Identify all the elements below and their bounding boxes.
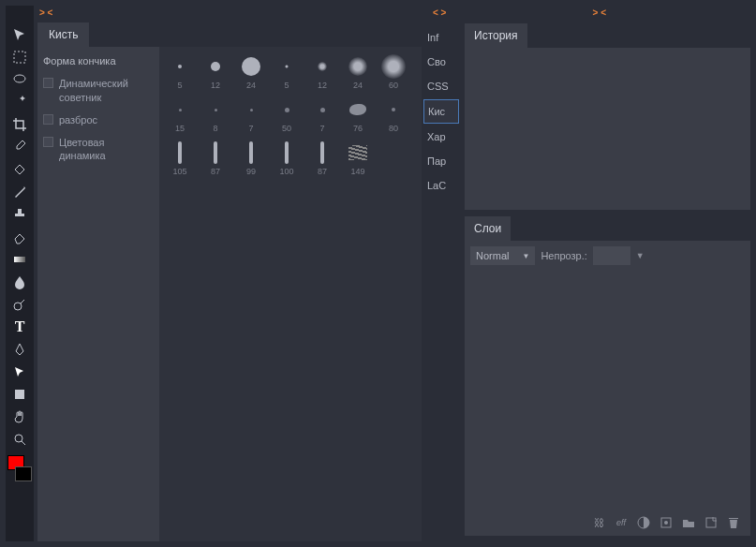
brush-preset[interactable]: 12: [305, 52, 339, 92]
brush-size-label: 7: [248, 124, 253, 133]
type-tool-icon[interactable]: T: [7, 317, 32, 337]
brush-preset[interactable]: 149: [341, 139, 375, 178]
tab-layers[interactable]: Слои: [465, 215, 511, 241]
brush-preset[interactable]: 7: [234, 96, 268, 135]
brush-options-list: Форма кончика Динамический советник разб…: [37, 47, 159, 541]
brush-preset[interactable]: 24: [234, 52, 268, 92]
delete-layer-icon[interactable]: [726, 515, 741, 530]
brush-size-label: 149: [350, 167, 364, 176]
option-color-dynamics[interactable]: Цветовая динамика: [43, 136, 154, 163]
group-folder-icon[interactable]: [681, 515, 696, 530]
brush-preset[interactable]: 50: [270, 96, 304, 135]
brush-size-label: 105: [172, 167, 186, 176]
blur-tool-icon[interactable]: [7, 272, 32, 292]
color-swatches[interactable]: [7, 455, 32, 481]
eraser-tool-icon[interactable]: [7, 227, 32, 247]
brush-size-label: 76: [353, 124, 363, 133]
svg-rect-4: [15, 390, 24, 399]
brush-size-label: 80: [389, 124, 398, 133]
lasso-tool-icon[interactable]: [7, 69, 32, 90]
layer-effects-icon[interactable]: eff: [614, 515, 629, 530]
layers-panel: Слои Normal Непрозр.: ▼ ⛓ eff: [465, 215, 750, 536]
path-select-tool-icon[interactable]: [7, 362, 32, 382]
svg-point-8: [664, 521, 668, 525]
blend-mode-select[interactable]: Normal: [470, 246, 535, 265]
brush-preset[interactable]: 24: [341, 52, 375, 92]
brush-preset[interactable]: 105: [163, 139, 197, 178]
side-tab-сво[interactable]: Сво: [423, 51, 459, 73]
move-tool-icon[interactable]: [7, 24, 32, 45]
svg-rect-9: [706, 518, 716, 527]
side-tab-пар[interactable]: Пар: [423, 150, 459, 172]
history-panel: История: [465, 22, 750, 210]
brush-preset[interactable]: 60: [377, 52, 410, 92]
brush-preset[interactable]: 5: [163, 52, 197, 92]
checkbox-icon[interactable]: [43, 78, 53, 88]
brush-preset[interactable]: 15: [163, 96, 197, 135]
brush-size-label: 7: [319, 124, 324, 133]
brush-size-label: 5: [284, 81, 289, 90]
wand-tool-icon[interactable]: [7, 92, 32, 112]
zoom-tool-icon[interactable]: [7, 429, 32, 450]
collapse-handle-left[interactable]: > <: [39, 7, 52, 18]
eyedropper-tool-icon[interactable]: [7, 137, 32, 157]
dodge-tool-icon[interactable]: [7, 294, 32, 315]
brush-preset[interactable]: 80: [377, 96, 410, 135]
brush-preset[interactable]: 87: [305, 139, 339, 178]
side-tab-lac[interactable]: LaC: [423, 174, 459, 197]
collapse-handle-right[interactable]: > <: [593, 7, 606, 18]
pen-tool-icon[interactable]: [7, 339, 32, 360]
brush-size-label: 60: [389, 81, 398, 90]
collapse-handle-mid[interactable]: < >: [433, 7, 446, 18]
brush-preset[interactable]: 5: [270, 52, 304, 92]
tab-history[interactable]: История: [465, 22, 527, 48]
side-tab-css[interactable]: CSS: [423, 75, 459, 97]
side-tab-хар[interactable]: Хар: [423, 126, 459, 148]
crop-tool-icon[interactable]: [7, 114, 32, 135]
brush-preset[interactable]: 76: [341, 96, 375, 135]
brush-size-label: 12: [318, 81, 327, 90]
opacity-label: Непрозр.:: [541, 250, 586, 261]
brush-size-label: 15: [175, 124, 185, 133]
adjustment-layer-icon[interactable]: [659, 515, 674, 530]
brush-preset[interactable]: 7: [305, 96, 339, 135]
svg-rect-2: [14, 257, 25, 262]
brush-size-label: 87: [318, 167, 327, 176]
right-panels: История Слои Normal Непрозр.: ▼ ⛓ eff: [465, 22, 750, 541]
brush-tool-icon[interactable]: [7, 182, 32, 202]
svg-rect-0: [14, 52, 25, 63]
hand-tool-icon[interactable]: [7, 407, 32, 427]
brush-preset[interactable]: 12: [199, 52, 232, 92]
brush-size-label: 100: [279, 167, 293, 176]
stamp-tool-icon[interactable]: [7, 204, 32, 225]
checkbox-icon[interactable]: [43, 114, 53, 125]
layers-list-area[interactable]: [465, 271, 750, 510]
brush-panel: Кисть Форма кончика Динамический советни…: [37, 22, 422, 541]
side-tab-кис[interactable]: Кис: [423, 99, 459, 124]
svg-point-1: [14, 75, 25, 82]
shape-tool-icon[interactable]: [7, 384, 32, 405]
background-swatch[interactable]: [15, 466, 32, 481]
gradient-tool-icon[interactable]: [7, 249, 32, 270]
option-dynamic-advisor[interactable]: Динамический советник: [43, 77, 154, 104]
link-layers-icon[interactable]: ⛓: [591, 515, 606, 530]
option-scatter[interactable]: разброс: [43, 113, 154, 126]
history-list-area[interactable]: [465, 48, 750, 210]
brush-preset[interactable]: 87: [199, 139, 232, 178]
checkbox-icon[interactable]: [43, 137, 53, 147]
brush-preset[interactable]: 8: [199, 96, 232, 135]
tools-toolbar: T: [6, 6, 34, 541]
svg-point-5: [15, 435, 22, 442]
option-tip-shape[interactable]: Форма кончика: [43, 54, 154, 67]
brush-preset-grid: 51224512246015875077680105879910087149: [159, 47, 422, 541]
heal-tool-icon[interactable]: [7, 159, 32, 180]
marquee-tool-icon[interactable]: [7, 47, 32, 67]
brush-preset[interactable]: 99: [234, 139, 268, 178]
side-tab-inf[interactable]: Inf: [423, 26, 459, 49]
chevron-down-icon[interactable]: ▼: [636, 251, 645, 260]
tab-brush[interactable]: Кисть: [37, 22, 89, 47]
layer-mask-icon[interactable]: [636, 515, 651, 530]
opacity-input[interactable]: [593, 246, 630, 265]
new-layer-icon[interactable]: [704, 515, 719, 530]
brush-preset[interactable]: 100: [270, 139, 304, 178]
